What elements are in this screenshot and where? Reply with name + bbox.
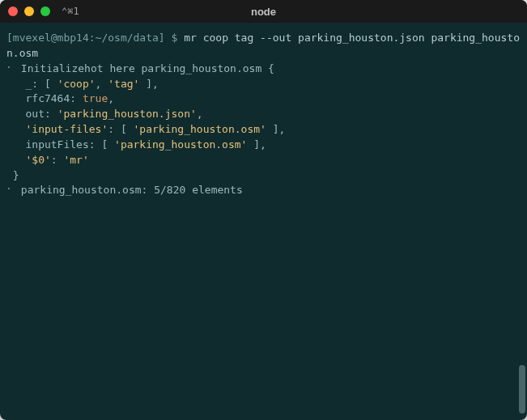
- obj-key-string: '$0': [25, 154, 50, 166]
- gutter-dot-icon: ⠂: [6, 184, 15, 196]
- string-value: 'parking_houston.json': [57, 108, 197, 120]
- obj-key: inputFiles:: [25, 138, 95, 151]
- string-value: 'parking_houston.osm': [134, 123, 266, 135]
- prompt-path: ~/osm/data: [96, 32, 159, 44]
- output-line: 'input-files': [ 'parking_houston.osm' ]…: [6, 122, 521, 138]
- titlebar: ⌃⌘1 node: [0, 0, 527, 23]
- output-status-line: ⠂ parking_houston.osm: 5/820 elements: [6, 183, 521, 198]
- output-line: inputFiles: [ 'parking_houston.osm' ],: [6, 138, 521, 153]
- prompt-end: ] $: [159, 32, 184, 44]
- zoom-icon[interactable]: [40, 6, 50, 16]
- window-title: node: [251, 6, 276, 18]
- output-line: out: 'parking_houston.json',: [6, 107, 521, 122]
- prompt-line: [mvexel@mbp14:~/osm/data] $ mr coop tag …: [6, 31, 521, 62]
- gutter-dot-icon: ⠂: [6, 62, 15, 74]
- close-icon[interactable]: [8, 6, 18, 16]
- string-value: 'parking_houston.osm': [114, 138, 247, 151]
- terminal-body[interactable]: [mvexel@mbp14:~/osm/data] $ mr coop tag …: [0, 23, 527, 420]
- status-text: parking_houston.osm: 5/820 elements: [21, 184, 243, 196]
- output-line: rfc7464: true,: [6, 91, 521, 107]
- prompt-user-host: [mvexel@mbp14:: [6, 32, 96, 44]
- output-init-line: ⠂ Initializehot here parking_houston.osm…: [6, 62, 521, 77]
- obj-key: out:: [25, 108, 50, 120]
- string-value: 'coop': [57, 78, 96, 90]
- init-text: Initializehot here parking_houston.osm {: [21, 62, 274, 74]
- scrollbar-thumb[interactable]: [519, 365, 525, 414]
- obj-key: _:: [25, 78, 38, 90]
- obj-key: rfc7464:: [25, 92, 76, 104]
- terminal-window: ⌃⌘1 node [mvexel@mbp14:~/osm/data] $ mr …: [0, 0, 527, 420]
- string-value: 'tag': [108, 78, 139, 90]
- output-close-brace: }: [6, 168, 521, 184]
- traffic-lights: [8, 6, 50, 16]
- output-line: '$0': 'mr': [6, 153, 521, 168]
- minimize-icon[interactable]: [24, 6, 34, 16]
- string-value: 'mr': [63, 154, 88, 166]
- output-line: _: [ 'coop', 'tag' ],: [6, 77, 521, 92]
- bool-value: true: [83, 92, 108, 104]
- obj-key-string: 'input-files': [25, 123, 108, 135]
- tab-shortcut-label: ⌃⌘1: [62, 6, 79, 17]
